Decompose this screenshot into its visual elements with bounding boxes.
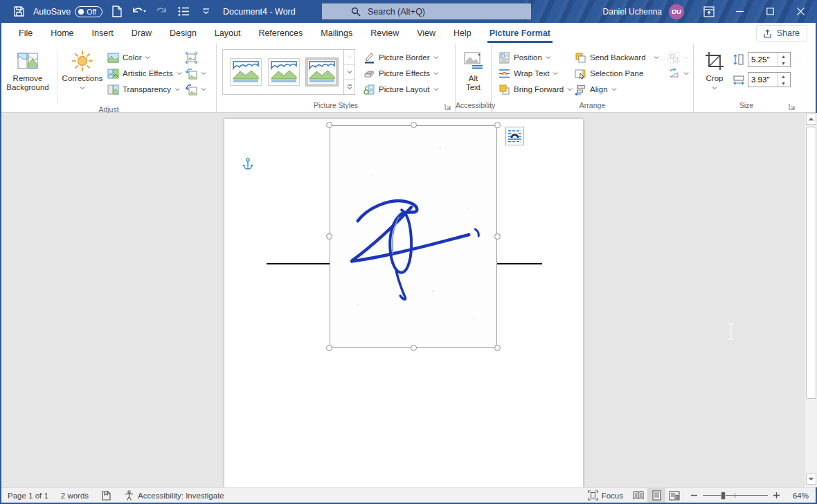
resize-handle-middle-right[interactable] [494,233,501,240]
document-area[interactable] [1,113,816,487]
gallery-more-icon[interactable] [344,80,354,94]
new-document-icon[interactable] [109,4,125,19]
transparency-button[interactable]: Transparency [105,82,183,97]
send-backward-button[interactable]: Send Backward [572,50,665,65]
search-input[interactable]: Search (Alt+Q) [322,3,531,19]
print-layout-button[interactable] [647,488,665,503]
scrollbar-thumb[interactable] [806,127,816,399]
zoom-in-icon[interactable] [773,492,780,499]
resize-handle-bottom-left[interactable] [326,345,332,351]
minimize-button[interactable] [724,0,755,23]
web-layout-icon [669,491,680,501]
send-backward-icon [575,52,586,64]
web-layout-button[interactable] [665,488,683,503]
picture-style-thumb-2[interactable] [268,58,300,86]
resize-handle-top-right[interactable] [494,122,501,128]
avatar[interactable]: DU [669,4,684,19]
bullet-list-icon[interactable] [176,4,191,19]
change-picture-button[interactable] [183,66,212,81]
accessibility-status[interactable]: Accessibility: Investigate [118,488,231,503]
customize-qat-icon[interactable] [198,4,213,19]
proofing-status[interactable] [95,488,118,503]
maximize-button[interactable] [755,0,785,23]
width-input[interactable] [748,73,778,87]
undo-icon[interactable] [132,4,147,19]
change-picture-icon [186,68,197,80]
size-dialog-launcher-icon[interactable] [788,102,796,111]
resize-handle-bottom-center[interactable] [411,345,417,351]
zoom-slider-thumb[interactable] [721,492,726,500]
tab-picture-format[interactable]: Picture Format [481,23,559,44]
tab-insert[interactable]: Insert [83,23,123,44]
gallery-scroll-down-icon[interactable] [344,65,354,80]
gallery-scroll-up-icon[interactable] [344,50,354,65]
position-button[interactable]: Position [496,50,572,65]
wrap-text-button[interactable]: Wrap Text [496,66,572,81]
scroll-up-icon[interactable] [806,114,816,125]
focus-mode-button[interactable]: Focus [582,488,629,503]
read-mode-button[interactable] [629,488,647,503]
crop-button[interactable]: Crop [699,47,730,91]
width-field[interactable]: ▲ ▼ [748,72,791,87]
user-name[interactable]: Daniel Uchenna [603,7,662,17]
close-button[interactable] [785,0,816,23]
vertical-scrollbar[interactable] [805,113,817,487]
group-label-size: Size [694,100,799,112]
autosave-label: AutoSave [33,7,71,17]
tab-home[interactable]: Home [42,23,82,44]
width-spin-up-icon[interactable]: ▲ [778,73,789,80]
tab-draw[interactable]: Draw [123,23,161,44]
width-spin-down-icon[interactable]: ▼ [778,80,789,87]
reset-picture-button[interactable] [183,82,212,97]
tab-file[interactable]: File [10,23,42,44]
compress-pictures-button[interactable] [183,50,212,65]
tab-references[interactable]: References [249,23,312,44]
page-indicator[interactable]: Page 1 of 1 [1,488,55,503]
height-field[interactable]: ▲ ▼ [748,52,791,67]
tab-layout[interactable]: Layout [206,23,250,44]
remove-background-button[interactable]: Remove Background [1,47,54,92]
resize-handle-bottom-right[interactable] [494,345,501,351]
layout-options-button[interactable] [505,127,524,145]
picture-effects-button[interactable]: Picture Effects [361,66,442,81]
picture-border-button[interactable]: Picture Border [361,50,442,65]
corrections-button[interactable]: Corrections [60,47,105,91]
zoom-percent[interactable]: 64% [785,492,809,500]
tab-review[interactable]: Review [361,23,408,44]
selected-picture[interactable] [330,125,497,348]
resize-handle-middle-left[interactable] [326,233,332,240]
picture-layout-button[interactable]: Picture Layout [361,82,442,97]
rotate-objects-button[interactable] [665,66,693,81]
remove-background-icon [17,50,39,72]
alt-text-button[interactable]: Alt Text [458,47,490,92]
picture-styles-dialog-launcher-icon[interactable] [444,102,452,111]
tab-help[interactable]: Help [445,23,481,44]
resize-handle-top-center[interactable] [411,122,417,128]
align-button[interactable]: Align [572,82,665,97]
tab-mailings[interactable]: Mailings [312,23,361,44]
tab-view[interactable]: View [408,23,445,44]
save-icon[interactable] [11,4,26,19]
share-button[interactable]: Share [756,25,807,42]
group-accessibility: Alt Text Accessibility [456,44,492,112]
zoom-out-icon[interactable] [690,492,698,499]
height-spin-up-icon[interactable]: ▲ [778,53,789,60]
picture-style-thumb-3[interactable] [306,58,338,86]
artistic-effects-button[interactable]: Artistic Effects [105,66,183,81]
picture-style-thumb-1[interactable] [230,58,262,86]
resize-handle-top-left[interactable] [326,122,332,128]
chevron-down-icon [433,87,439,92]
color-button[interactable]: Color [105,50,183,65]
ribbon-display-options-icon[interactable] [694,0,724,23]
word-count[interactable]: 2 words [55,488,95,503]
selection-pane-button[interactable]: Selection Pane [572,66,665,81]
height-input[interactable] [748,53,778,66]
height-spin-down-icon[interactable]: ▼ [778,60,789,66]
redo-icon[interactable] [154,4,169,19]
group-objects-button[interactable] [665,50,693,65]
tab-design[interactable]: Design [161,23,206,44]
autosave-toggle[interactable]: AutoSave Off [33,6,102,17]
zoom-slider[interactable] [703,491,768,501]
bring-forward-button[interactable]: Bring Forward [496,82,572,97]
scroll-down-icon[interactable] [806,474,816,485]
